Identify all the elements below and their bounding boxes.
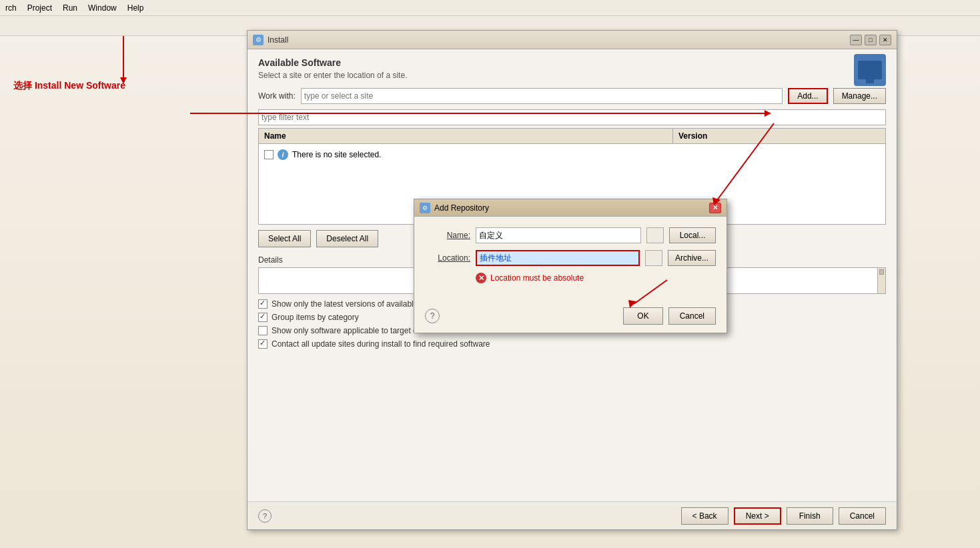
checkbox-contact-sites: Contact all update sites during install …: [258, 339, 566, 349]
menu-run[interactable]: Run: [63, 3, 77, 13]
add-repository-dialog: ⚙ Add Repository ✕ Name: Local... Locati…: [414, 199, 727, 333]
details-scrollbar[interactable]: [877, 268, 885, 293]
select-all-button[interactable]: Select All: [258, 230, 311, 247]
help-button[interactable]: ?: [258, 509, 272, 523]
work-with-label: Work with:: [258, 91, 296, 101]
repo-titlebar: ⚙ Add Repository ✕: [414, 199, 726, 217]
repo-help-button[interactable]: ?: [425, 309, 440, 323]
ok-button[interactable]: OK: [623, 307, 662, 325]
cb-group-label: Group items by category: [272, 313, 359, 322]
cb-contact-sites[interactable]: [258, 339, 268, 349]
col-name: Name: [259, 129, 673, 143]
filter-input[interactable]: [258, 109, 886, 125]
install-dialog-footer: ? < Back Next > Finish Cancel: [248, 501, 897, 529]
repo-name-label-text: Name:: [447, 231, 470, 240]
error-icon: ✕: [476, 273, 486, 283]
menu-bar: rch Project Run Window Help: [0, 0, 980, 16]
dialog-window-controls: — □ ✕: [850, 35, 891, 45]
install-dialog-titlebar: ⚙ Install — □ ✕: [248, 31, 897, 49]
section-title: Available Software: [258, 57, 886, 68]
dialog-minimize-btn[interactable]: —: [850, 35, 862, 45]
repo-location-row: Location: Archive...: [425, 250, 716, 266]
section-subtitle: Select a site or enter the location of a…: [258, 71, 886, 80]
repo-body: Name: Local... Location: Archive... ✕ Lo…: [414, 217, 726, 302]
repo-location-label: Location:: [425, 253, 470, 263]
col-version: Version: [673, 129, 885, 143]
repo-title-area: ⚙ Add Repository: [420, 203, 489, 213]
repo-name-label: Name:: [425, 231, 470, 240]
scrollbar-thumb: [879, 269, 884, 275]
monitor-icon: [858, 61, 882, 79]
cb-latest-versions[interactable]: [258, 299, 268, 309]
work-with-input[interactable]: [301, 88, 783, 104]
cb-target-env[interactable]: [258, 326, 268, 335]
menu-search[interactable]: rch: [5, 3, 17, 13]
repo-location-btn: [645, 250, 662, 266]
repo-dialog-title: Add Repository: [434, 203, 489, 213]
install-dialog-title: Install: [268, 35, 288, 45]
next-button[interactable]: Next >: [734, 507, 781, 525]
no-site-text: There is no site selected.: [292, 150, 381, 159]
menu-help[interactable]: Help: [127, 3, 144, 13]
install-dialog-icon: ⚙: [253, 35, 264, 45]
table-header: Name Version: [259, 129, 885, 144]
cancel-button[interactable]: Cancel: [839, 507, 886, 525]
repo-location-input[interactable]: [476, 250, 640, 266]
info-icon: i: [278, 149, 288, 160]
repo-name-btn: [646, 227, 664, 243]
available-software-icon: [854, 54, 886, 86]
dialog-title-area: ⚙ Install: [253, 35, 288, 45]
menu-project[interactable]: Project: [27, 3, 52, 13]
repo-close-button[interactable]: ✕: [709, 203, 721, 213]
repo-cancel-button[interactable]: Cancel: [668, 307, 716, 325]
cb-group-category[interactable]: [258, 313, 268, 322]
local-button[interactable]: Local...: [669, 227, 716, 243]
repo-dialog-icon: ⚙: [420, 203, 430, 213]
dialog-close-btn[interactable]: ✕: [879, 35, 891, 45]
archive-button[interactable]: Archive...: [668, 250, 716, 266]
repo-footer: ? OK Cancel: [414, 302, 726, 333]
menu-window[interactable]: Window: [88, 3, 117, 13]
repo-name-input[interactable]: [476, 227, 641, 243]
cb-contact-label: Contact all update sites during install …: [272, 339, 490, 349]
no-site-checkbox[interactable]: [264, 150, 274, 159]
error-text: Location must be absolute: [490, 273, 584, 283]
manage-button[interactable]: Manage...: [833, 88, 886, 104]
repo-location-label-text: Location:: [438, 253, 470, 263]
repo-action-buttons: OK Cancel: [623, 307, 716, 325]
no-site-row: i There is no site selected.: [264, 149, 381, 160]
work-with-row: Work with: Add... Manage...: [258, 88, 886, 104]
error-row: ✕ Location must be absolute: [425, 273, 716, 283]
repo-name-row: Name: Local...: [425, 227, 716, 243]
dialog-maximize-btn[interactable]: □: [865, 35, 877, 45]
back-button[interactable]: < Back: [681, 507, 728, 525]
add-button[interactable]: Add...: [788, 88, 827, 104]
deselect-all-button[interactable]: Deselect All: [316, 230, 378, 247]
annotation-label: 选择 Install New Software: [13, 80, 125, 92]
finish-button[interactable]: Finish: [787, 507, 833, 525]
